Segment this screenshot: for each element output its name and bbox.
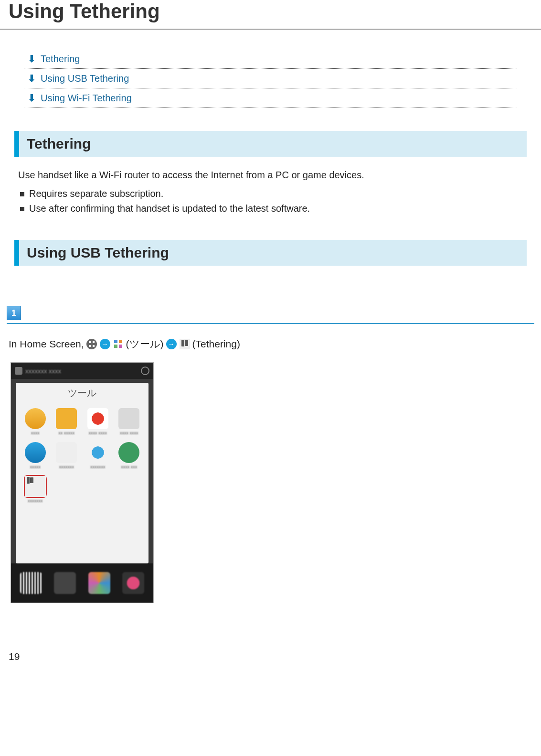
folder-title: ツール [19, 387, 146, 400]
app-item: xx xxxxx [52, 408, 82, 435]
square-bullet-icon [20, 207, 24, 211]
app-grid: xxxx xx xxxxx xxxx xxxx xxxx xxxx xxxxx … [19, 408, 146, 503]
step-divider [7, 323, 534, 324]
toc-link-label: Using USB Tethering [41, 73, 129, 84]
toc-link-label: Using Wi-Fi Tethering [41, 93, 132, 104]
dock-icon [122, 572, 144, 594]
page-title: Using Tethering [0, 0, 541, 30]
step-tethering-label: (Tethering) [192, 338, 240, 350]
app-item: xxxx xxxx [115, 408, 144, 435]
bullet-item: Use after confirming that handset is upd… [20, 201, 523, 216]
page-number: 19 [0, 632, 541, 662]
phone-screenshot: xxxxxxx xxxx ツール xxxx xx xxxxx xxxx xxxx… [11, 362, 154, 603]
status-left-icon [15, 367, 22, 375]
down-arrow-icon: ⬇ [28, 92, 36, 104]
section-heading-usb-tethering: Using USB Tethering [14, 240, 527, 266]
arrow-right-icon: → [100, 339, 110, 349]
toc-item-tethering[interactable]: ⬇ Tethering [24, 49, 517, 68]
app-item: xxxxx [21, 442, 50, 469]
down-arrow-icon: ⬇ [28, 53, 36, 65]
toc-item-usb-tethering[interactable]: ⬇ Using USB Tethering [24, 68, 517, 88]
dock-icon [20, 572, 42, 594]
step-number-badge: 1 [7, 306, 21, 320]
step-jp-group-text: (ツール) [126, 337, 164, 351]
app-item: xxxxxxx [52, 442, 82, 469]
app-item: xxxx [21, 408, 50, 435]
folder-card: ツール xxxx xx xxxxx xxxx xxxx xxxx xxxx xx… [16, 383, 149, 563]
tiles-icon [113, 339, 124, 349]
toc-item-wifi-tethering[interactable]: ⬇ Using Wi-Fi Tethering [24, 88, 517, 108]
section-heading-tethering: Tethering [14, 131, 527, 157]
step-instruction: In Home Screen, → (ツール) → (Tethering) [0, 337, 541, 351]
intro-paragraph: Use handset like a Wi-Fi router to acces… [18, 168, 523, 182]
bullet-item: Requires separate subscription. [20, 186, 523, 201]
phone-status-bar: xxxxxxx xxxx [11, 363, 153, 379]
square-bullet-icon [20, 192, 24, 196]
section-body-tethering: Use handset like a Wi-Fi router to acces… [0, 168, 541, 216]
status-text: xxxxxxx xxxx [25, 367, 138, 375]
apps-grid-icon [86, 339, 97, 349]
dock-icon [54, 572, 76, 594]
step-badge-row: 1 [0, 306, 541, 320]
app-item: xxxx xxx [115, 442, 144, 469]
phone-dock [11, 563, 153, 603]
tethering-app-icon [180, 339, 190, 349]
app-item-tethering-selected: xxxxxxx [21, 476, 50, 503]
toc-link-label: Tethering [41, 54, 80, 65]
down-arrow-icon: ⬇ [28, 73, 36, 84]
step-prefix-text: In Home Screen, [9, 338, 84, 350]
bullet-list: Requires separate subscription. Use afte… [18, 186, 523, 216]
bullet-text: Requires separate subscription. [29, 188, 163, 199]
table-of-contents: ⬇ Tethering ⬇ Using USB Tethering ⬇ Usin… [0, 49, 541, 108]
bullet-text: Use after confirming that handset is upd… [29, 203, 310, 214]
app-item: xxxxxxx [83, 442, 113, 469]
dock-icon [88, 572, 110, 594]
arrow-right-icon: → [166, 339, 177, 349]
app-item: xxxx xxxx [83, 408, 113, 435]
search-icon [141, 367, 149, 375]
